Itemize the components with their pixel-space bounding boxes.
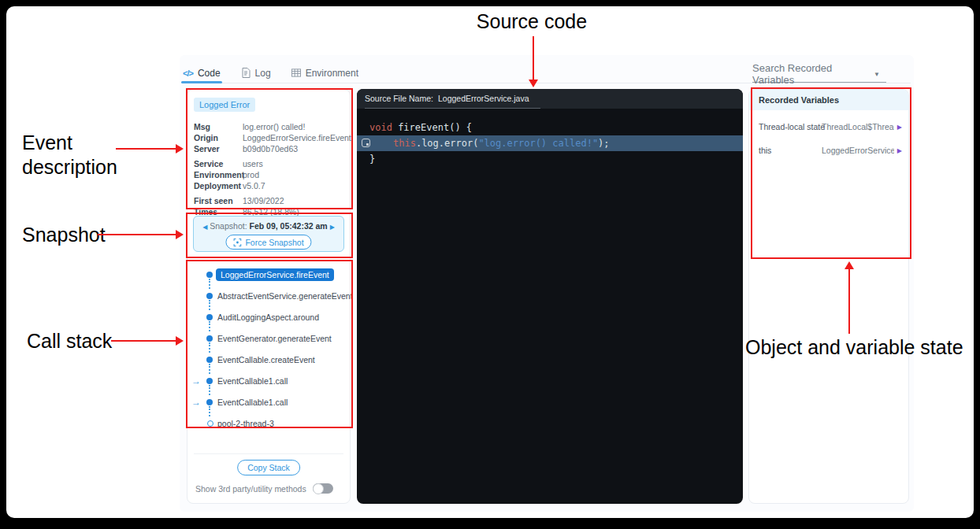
stack-frame[interactable]: EventCallable.createEvent xyxy=(187,353,350,367)
tab-environment-label: Environment xyxy=(306,68,358,79)
code-line-2-highlighted[interactable]: this.log.error("log.error() called!"); xyxy=(357,135,743,151)
stack-frame[interactable]: →EventCallable1.call xyxy=(187,374,350,388)
show-third-party-toggle[interactable] xyxy=(313,483,333,494)
annotation-arrow-line xyxy=(116,148,176,150)
variable-row[interactable]: this LoggedErrorService ▶ xyxy=(749,142,908,159)
snapshot-next-icon[interactable]: ▶ xyxy=(330,224,335,231)
stack-frame-label: AbstractEventService.generateEvent xyxy=(217,291,353,301)
annotation-call-stack: Call stack xyxy=(27,329,112,353)
tab-code-label: Code xyxy=(198,68,221,79)
detail-value: 13/09/2022 xyxy=(243,195,284,206)
stack-frame-label: LoggedErrorService.fireEvent xyxy=(216,268,334,281)
code-text: fireEvent() { xyxy=(392,122,472,133)
divider xyxy=(194,453,343,454)
copy-stack-button[interactable]: Copy Stack xyxy=(237,460,300,475)
stack-frame-label: EventGenerator.generateEvent xyxy=(217,334,332,343)
detail-value: prod xyxy=(243,169,259,180)
detail-value: users xyxy=(243,158,263,169)
detail-label: Deployment xyxy=(194,180,243,191)
stack-connector-line xyxy=(209,279,210,289)
search-placeholder: Search Recorded Variables xyxy=(752,62,874,86)
code-tab-icon: </> xyxy=(183,68,193,78)
event-detail-group: Msglog.error() called! OriginLoggedError… xyxy=(194,121,347,154)
stack-jump-arrow-icon: → xyxy=(191,376,201,386)
annotation-source-code: Source code xyxy=(453,9,611,34)
snapshot-prev-icon[interactable]: ◀ xyxy=(202,224,207,231)
stack-dot-icon xyxy=(206,378,213,384)
stack-dot-icon xyxy=(206,272,213,278)
detail-row-service: Serviceusers xyxy=(194,158,347,169)
stack-frame[interactable]: pool-2-thread-3 xyxy=(187,416,350,431)
third-party-toggle-row: Show 3rd party/utility methods xyxy=(195,483,333,494)
detail-value: log.error() called! xyxy=(243,121,305,132)
variable-type: ThreadLocal$ThreadL... xyxy=(822,122,894,131)
detail-value: v5.0.7 xyxy=(243,180,265,191)
detail-row-origin: OriginLoggedErrorService.fireEvent xyxy=(194,132,347,143)
code-text: ); xyxy=(598,138,609,149)
detail-label: Environment xyxy=(194,169,243,180)
expand-arrow-icon[interactable]: ▶ xyxy=(897,147,902,154)
snapshot-navigator: ◀ Snapshot: Feb 09, 05:42:32 am ▶ Force … xyxy=(193,216,344,252)
snapshot-timestamp: Feb 09, 05:42:32 am xyxy=(249,221,327,231)
stack-connector-line xyxy=(209,406,210,416)
source-file-tab[interactable]: Source File Name: LoggedErrorService.jav… xyxy=(365,89,540,109)
stack-frame[interactable]: LoggedErrorService.fireEvent xyxy=(187,268,350,282)
editor-header: Source File Name: LoggedErrorService.jav… xyxy=(357,89,743,109)
annotation-arrow-line xyxy=(533,36,534,80)
code-string: "log.error() called!" xyxy=(478,138,598,149)
detail-row-server: Serverb09d0b70ed63 xyxy=(194,143,347,154)
annotation-arrow-line xyxy=(848,269,850,334)
capture-frame-icon xyxy=(233,239,241,246)
detail-row-deployment: Deploymentv5.0.7 xyxy=(194,180,347,191)
code-line-3: } xyxy=(357,151,743,167)
stack-frame[interactable]: EventGenerator.generateEvent xyxy=(187,331,350,346)
detail-value: LoggedErrorService.fireEvent xyxy=(243,132,351,143)
environment-table-icon xyxy=(291,68,301,78)
annotation-arrowhead-up xyxy=(845,261,854,269)
snapshot-camera-icon[interactable] xyxy=(362,139,370,147)
annotation-arrow-line xyxy=(111,340,176,342)
stack-frame-label: EventCallable.createEvent xyxy=(217,355,315,364)
snapshot-label: Snapshot: xyxy=(210,221,247,231)
annotation-arrowhead-right xyxy=(176,336,184,346)
code-line-1: void fireEvent() { xyxy=(357,120,743,135)
annotation-arrowhead-right xyxy=(176,230,184,239)
force-snapshot-label: Force Snapshot xyxy=(245,238,303,247)
detail-label: Service xyxy=(194,158,243,169)
stack-frame-label: pool-2-thread-3 xyxy=(217,419,274,428)
stack-dot-icon xyxy=(206,399,213,405)
recorded-variables-header: Recorded Variables xyxy=(749,90,908,110)
stack-thread-icon xyxy=(207,420,213,427)
detail-label: Origin xyxy=(194,132,243,143)
expand-arrow-icon[interactable]: ▶ xyxy=(897,124,902,131)
code-keyword: void xyxy=(369,122,392,133)
stack-frame[interactable]: AuditLoggingAspect.around xyxy=(187,310,350,324)
stack-dot-icon xyxy=(206,314,213,320)
snapshot-nav-line: ◀ Snapshot: Feb 09, 05:42:32 am ▶ xyxy=(194,221,343,231)
search-recorded-variables-select[interactable]: Search Recorded Variables ▼ xyxy=(752,66,886,83)
chevron-down-icon: ▼ xyxy=(874,71,880,78)
stack-dot-icon xyxy=(206,357,213,363)
toggle-knob xyxy=(313,483,324,494)
annotation-event-description: Event description xyxy=(22,131,148,179)
code-text: .log.error( xyxy=(416,138,478,149)
tab-log[interactable]: Log xyxy=(241,63,271,83)
annotation-arrowhead-right xyxy=(176,144,184,154)
recorded-variables-panel: Recorded Variables Thread-local state Th… xyxy=(748,89,909,504)
force-snapshot-button[interactable]: Force Snapshot xyxy=(225,235,311,250)
detail-label: Msg xyxy=(194,121,243,132)
stack-jump-arrow-icon: → xyxy=(191,398,201,407)
tab-code[interactable]: </> Code xyxy=(183,63,221,83)
stack-connector-line xyxy=(209,364,210,374)
tab-log-label: Log xyxy=(255,68,271,79)
stack-frame[interactable]: →EventCallable1.call xyxy=(187,395,350,409)
stack-connector-line xyxy=(209,300,210,310)
detail-label: Server xyxy=(194,143,243,154)
variable-row[interactable]: Thread-local state ThreadLocal$ThreadL..… xyxy=(749,118,908,135)
stack-frame[interactable]: AbstractEventService.generateEvent xyxy=(187,289,350,303)
event-details: Msglog.error() called! OriginLoggedError… xyxy=(194,121,347,221)
toggle-label: Show 3rd party/utility methods xyxy=(195,484,306,494)
tab-environment[interactable]: Environment xyxy=(291,63,358,83)
detail-value: b09d0b70ed63 xyxy=(243,143,298,154)
event-detail-group: Serviceusers Environmentprod Deploymentv… xyxy=(194,158,347,191)
